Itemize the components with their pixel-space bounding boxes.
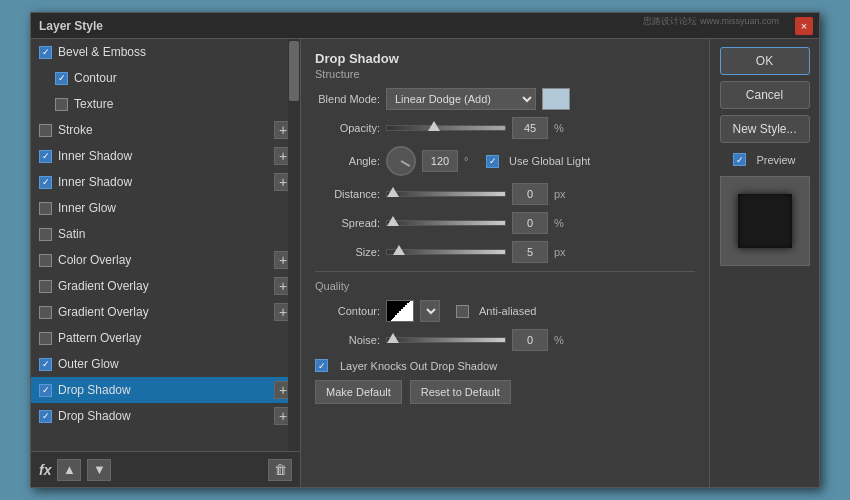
make-default-button[interactable]: Make Default [315,380,402,404]
window-title: Layer Style [39,19,103,33]
use-global-light-checkbox[interactable] [486,155,499,168]
layer-label-color-overlay: Color Overlay [58,253,272,267]
noise-unit: % [554,334,570,346]
angle-dial[interactable] [386,146,416,176]
contour-row: Contour: Anti-aliased [315,300,695,322]
blend-mode-label: Blend Mode: [315,93,380,105]
left-panel-footer: fx ▲ ▼ 🗑 [31,451,300,487]
anti-aliased-label[interactable]: Anti-aliased [456,305,536,318]
layer-item-contour[interactable]: Contour [31,65,300,91]
contour-select[interactable] [420,300,440,322]
up-button[interactable]: ▲ [57,459,81,481]
size-input[interactable] [512,241,548,263]
layer-knocks-label: Layer Knocks Out Drop Shadow [340,360,497,372]
blend-mode-select[interactable]: Linear Dodge (Add) Normal Multiply Scree… [386,88,536,110]
checkbox-gradient-overlay-1[interactable] [39,280,52,293]
preview-square [738,194,792,248]
layer-label-satin: Satin [58,227,292,241]
angle-unit: ° [464,155,480,167]
layer-knocks-checkbox[interactable] [315,359,328,372]
checkbox-pattern-overlay[interactable] [39,332,52,345]
layer-item-texture[interactable]: Texture [31,91,300,117]
layer-item-pattern-overlay[interactable]: Pattern Overlay [31,325,300,351]
preview-row: Preview [733,153,795,166]
layer-item-gradient-overlay-2[interactable]: Gradient Overlay+ [31,299,300,325]
layer-knocks-row: Layer Knocks Out Drop Shadow [315,359,695,372]
distance-row: Distance: px [315,183,695,205]
checkbox-inner-shadow[interactable] [39,150,52,163]
checkbox-inner-glow-shadow[interactable] [39,176,52,189]
size-unit: px [554,246,570,258]
checkbox-gradient-overlay-2[interactable] [39,306,52,319]
layer-label-gradient-overlay-1: Gradient Overlay [58,279,272,293]
preview-checkbox[interactable] [733,153,746,166]
layer-item-outer-glow[interactable]: Outer Glow [31,351,300,377]
checkbox-bevel-emboss[interactable] [39,46,52,59]
layer-label-inner-shadow: Inner Shadow [58,149,272,163]
delete-button[interactable]: 🗑 [268,459,292,481]
layer-item-drop-shadow-1[interactable]: Drop Shadow+ [31,377,300,403]
size-label: Size: [315,246,380,258]
layer-label-texture: Texture [74,97,292,111]
scrollbar[interactable] [288,39,300,451]
window-content: Bevel & EmbossContourTextureStroke+Inner… [31,39,819,487]
use-global-light-label[interactable]: Use Global Light [486,155,590,168]
distance-input[interactable] [512,183,548,205]
scrollbar-thumb[interactable] [289,41,299,101]
cancel-button[interactable]: Cancel [720,81,810,109]
checkbox-outer-glow[interactable] [39,358,52,371]
checkbox-drop-shadow-1[interactable] [39,384,52,397]
size-slider[interactable] [386,249,506,255]
opacity-slider[interactable] [386,125,506,131]
title-bar: Layer Style 思路设计论坛 www.missyuan.com × [31,13,819,39]
ok-button[interactable]: OK [720,47,810,75]
checkbox-inner-glow[interactable] [39,202,52,215]
checkbox-drop-shadow-2[interactable] [39,410,52,423]
layer-item-drop-shadow-2[interactable]: Drop Shadow+ [31,403,300,429]
layer-label-drop-shadow-2: Drop Shadow [58,409,272,423]
layer-item-gradient-overlay-1[interactable]: Gradient Overlay+ [31,273,300,299]
noise-slider[interactable] [386,337,506,343]
divider [315,271,695,272]
size-row: Size: px [315,241,695,263]
opacity-unit: % [554,122,570,134]
middle-panel: Drop Shadow Structure Blend Mode: Linear… [301,39,709,487]
spread-input[interactable] [512,212,548,234]
checkbox-stroke[interactable] [39,124,52,137]
layer-item-inner-glow-shadow[interactable]: Inner Shadow+ [31,169,300,195]
opacity-label: Opacity: [315,122,380,134]
preview-label: Preview [756,154,795,166]
layer-item-stroke[interactable]: Stroke+ [31,117,300,143]
down-button[interactable]: ▼ [87,459,111,481]
layer-list: Bevel & EmbossContourTextureStroke+Inner… [31,39,300,429]
layer-item-inner-glow[interactable]: Inner Glow [31,195,300,221]
layer-label-inner-glow-shadow: Inner Shadow [58,175,272,189]
angle-input[interactable] [422,150,458,172]
layer-label-pattern-overlay: Pattern Overlay [58,331,292,345]
distance-slider[interactable] [386,191,506,197]
checkbox-satin[interactable] [39,228,52,241]
spread-slider[interactable] [386,220,506,226]
contour-preview[interactable] [386,300,414,322]
layer-item-inner-shadow[interactable]: Inner Shadow+ [31,143,300,169]
watermark: 思路设计论坛 www.missyuan.com [643,15,779,28]
anti-aliased-checkbox[interactable] [456,305,469,318]
layer-item-color-overlay[interactable]: Color Overlay+ [31,247,300,273]
color-swatch[interactable] [542,88,570,110]
checkbox-texture[interactable] [55,98,68,111]
angle-row: Angle: ° Use Global Light [315,146,695,176]
noise-input[interactable] [512,329,548,351]
layer-item-satin[interactable]: Satin [31,221,300,247]
layer-item-bevel-emboss[interactable]: Bevel & Emboss [31,39,300,65]
close-button[interactable]: × [795,17,813,35]
opacity-input[interactable]: 45 [512,117,548,139]
checkbox-color-overlay[interactable] [39,254,52,267]
right-panel: OK Cancel New Style... Preview [709,39,819,487]
reset-to-default-button[interactable]: Reset to Default [410,380,511,404]
contour-label: Contour: [315,305,380,317]
distance-unit: px [554,188,570,200]
checkbox-contour[interactable] [55,72,68,85]
new-style-button[interactable]: New Style... [720,115,810,143]
noise-row: Noise: % [315,329,695,351]
layer-label-outer-glow: Outer Glow [58,357,292,371]
